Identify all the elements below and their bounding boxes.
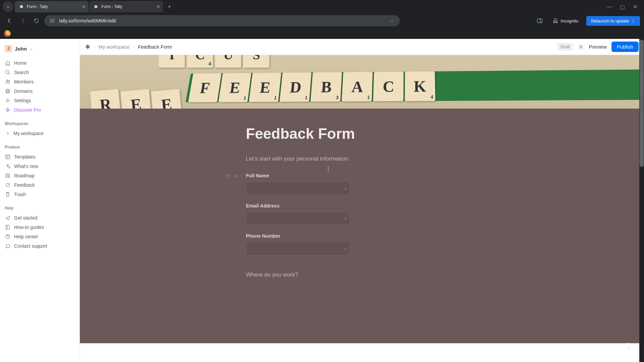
- globe-icon: [5, 88, 11, 94]
- sidebar-item-whats-new[interactable]: What's new: [4, 162, 75, 171]
- decorative-tile: C: [373, 72, 404, 101]
- decorative-tile: E1: [218, 73, 251, 102]
- tab-search-button[interactable]: [3, 1, 13, 12]
- book-icon: [5, 224, 11, 230]
- sidebar-item-guides[interactable]: How-to guides: [4, 223, 75, 232]
- svg-rect-17: [6, 225, 9, 229]
- svg-rect-4: [537, 19, 542, 23]
- draft-badge: Draft: [557, 43, 573, 51]
- browser-tab-active[interactable]: ✱ Form - Tally ✕: [15, 1, 89, 12]
- form-canvas[interactable]: I C4 U S F E1 E1 D1 B3 A1 C K4 R E: [80, 55, 644, 362]
- delete-field-button[interactable]: [224, 173, 230, 179]
- svg-point-20: [580, 46, 582, 48]
- navigate-icon: [5, 215, 11, 221]
- browser-tab-bar: ✱ Form - Tally ✕ ✱ Form - Tally ✕ + — ▢ …: [0, 0, 644, 13]
- form-settings-button[interactable]: [578, 44, 584, 50]
- sidebar-item-help-center[interactable]: Help center: [4, 232, 75, 241]
- form-body: Feedback Form Let's start with your pers…: [80, 109, 644, 343]
- breadcrumb-workspace[interactable]: My workspace: [99, 44, 130, 50]
- sidebar-item-trash[interactable]: Trash: [4, 190, 75, 199]
- svg-rect-2: [50, 21, 52, 22]
- resize-handle-icon[interactable]: ═: [344, 216, 346, 221]
- sparkle-icon: [5, 163, 11, 169]
- extensions-button[interactable]: [535, 16, 544, 25]
- sidebar-item-discover-pro[interactable]: Discover Pro: [4, 105, 75, 115]
- scrollbar[interactable]: [639, 39, 644, 362]
- add-field-button[interactable]: [232, 173, 238, 179]
- sidebar-item-search[interactable]: Search: [4, 68, 75, 77]
- chevron-down-icon: ⌄: [30, 46, 33, 51]
- resize-handle-icon[interactable]: ═: [344, 186, 346, 191]
- sidebar-workspace-item[interactable]: My workspace: [4, 129, 75, 138]
- sidebar-item-label: Roadmap: [14, 173, 35, 178]
- form-title[interactable]: Feedback Form: [246, 125, 479, 142]
- back-button[interactable]: [4, 15, 15, 26]
- map-icon: [5, 173, 11, 179]
- sidebar-item-templates[interactable]: Templates: [4, 152, 75, 162]
- minimize-button[interactable]: —: [606, 4, 612, 10]
- form-field-fullname[interactable]: ⋮⋮ Full Name ═: [246, 173, 479, 195]
- sidebar-item-domains[interactable]: Domains: [4, 86, 75, 96]
- sidebar-item-feedback[interactable]: Feedback: [4, 180, 75, 190]
- decorative-tile: B3: [310, 72, 342, 102]
- decorative-tile: E1: [249, 73, 281, 102]
- workspace-label: My workspace: [13, 131, 43, 136]
- reload-button[interactable]: [31, 15, 42, 26]
- sidebar-item-label: Trash: [14, 192, 26, 197]
- cover-image[interactable]: I C4 U S F E1 E1 D1 B3 A1 C K4 R E: [80, 55, 644, 109]
- tab-close-button[interactable]: ✕: [82, 4, 86, 9]
- bookmark-star-icon[interactable]: ☆: [390, 18, 394, 23]
- resize-handle-icon[interactable]: ═: [344, 246, 346, 251]
- drag-handle-icon[interactable]: ⋮⋮: [240, 173, 247, 179]
- sidebar-item-settings[interactable]: Settings: [4, 96, 75, 105]
- breadcrumb: ✱ › My workspace › Feedback Form: [85, 43, 172, 51]
- text-input[interactable]: ═: [246, 212, 350, 225]
- form-question[interactable]: Where do you work?: [246, 272, 479, 278]
- breadcrumb-form[interactable]: Feedback Form: [138, 44, 172, 50]
- incognito-indicator[interactable]: Incognito: [548, 16, 582, 26]
- window-controls: — ▢ ✕: [606, 4, 641, 10]
- field-label[interactable]: Phone Number: [246, 233, 479, 239]
- svg-point-8: [6, 80, 8, 82]
- tally-logo-icon[interactable]: ✱: [85, 43, 90, 51]
- sidebar-item-label: Home: [14, 60, 26, 66]
- scrollbar-thumb[interactable]: [640, 40, 644, 167]
- bookmarks-bar: G: [0, 28, 644, 39]
- form-field-email[interactable]: Email Address ═: [246, 203, 479, 225]
- site-info-icon[interactable]: [50, 18, 55, 23]
- tab-close-button[interactable]: ✕: [156, 4, 160, 9]
- templates-icon: [5, 154, 11, 160]
- close-window-button[interactable]: ✕: [633, 4, 637, 10]
- tab-favicon-icon: ✱: [19, 4, 24, 9]
- publish-button[interactable]: Publish: [611, 42, 639, 52]
- text-cursor: [328, 166, 328, 172]
- address-bar[interactable]: tally.so/forms/wd0MMK/edit ☆: [44, 15, 400, 26]
- help-fab-button[interactable]: ?: [623, 343, 635, 355]
- app-container: J John ⌄ Home Search Members: [0, 39, 644, 362]
- field-label[interactable]: Email Address: [246, 203, 479, 208]
- text-input[interactable]: ═: [246, 182, 350, 195]
- sidebar-item-roadmap[interactable]: Roadmap: [4, 171, 75, 180]
- form-field-phone[interactable]: Phone Number ═: [246, 233, 479, 255]
- sidebar-item-contact[interactable]: Contact support: [4, 241, 75, 251]
- decorative-tile: S: [243, 55, 269, 68]
- google-bookmark-icon[interactable]: G: [4, 30, 11, 37]
- forward-button[interactable]: [17, 15, 28, 26]
- preview-button[interactable]: Preview: [589, 44, 606, 50]
- browser-tab[interactable]: ✱ Form - Tally ✕: [89, 1, 163, 12]
- tab-title: Form - Tally: [27, 4, 48, 9]
- sidebar-item-members[interactable]: Members: [4, 77, 75, 86]
- more-icon: ⋮: [631, 18, 635, 23]
- relaunch-button[interactable]: Relaunch to update ⋮: [586, 16, 640, 26]
- user-menu[interactable]: J John ⌄: [4, 44, 75, 54]
- panel-icon: [537, 18, 543, 24]
- sidebar-item-home[interactable]: Home: [4, 58, 75, 68]
- text-input[interactable]: ═: [246, 242, 350, 255]
- maximize-button[interactable]: ▢: [620, 4, 625, 10]
- browser-toolbar: tally.so/forms/wd0MMK/edit ☆ Incognito R…: [0, 13, 644, 28]
- svg-rect-3: [53, 21, 54, 22]
- new-tab-button[interactable]: +: [164, 3, 175, 10]
- form-subtitle[interactable]: Let's start with your personal informati…: [246, 156, 479, 162]
- field-label[interactable]: Full Name: [246, 173, 479, 178]
- sidebar-item-get-started[interactable]: Get started: [4, 213, 75, 223]
